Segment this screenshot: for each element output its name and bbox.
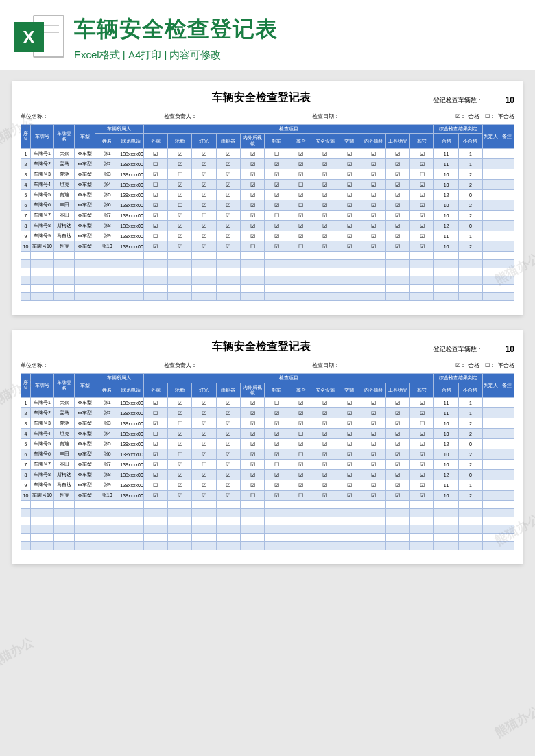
cell-check-0: ☑ bbox=[143, 470, 167, 480]
cell-blank bbox=[240, 525, 264, 534]
cell-blank bbox=[361, 525, 385, 534]
cell-plate: 车牌号7 bbox=[31, 460, 54, 470]
cell-check-3: ☑ bbox=[216, 460, 240, 470]
cell-blank bbox=[313, 293, 337, 301]
cell-blank bbox=[54, 276, 75, 285]
table-row-blank bbox=[21, 268, 514, 276]
cell-fail: 2 bbox=[458, 200, 482, 211]
table-row: 5车牌号5奥迪xx车型张5138xxxx0004☑☑☑☑☑☑☑☑☑☑☑☑120 bbox=[21, 190, 514, 200]
cell-blank bbox=[499, 501, 514, 509]
cell-check-0: ☑ bbox=[143, 418, 167, 429]
table-row: 1车牌号1大众xx车型张1138xxxx0000☑☑☑☑☑☐☑☑☑☑☑☑111 bbox=[21, 149, 514, 159]
cell-check-8: ☑ bbox=[337, 491, 361, 501]
cell-blank bbox=[21, 260, 31, 268]
cell-check-11: ☑ bbox=[410, 398, 434, 408]
cell-blank bbox=[483, 542, 499, 550]
cell-phone: 138xxxx0003 bbox=[119, 180, 143, 190]
count-value: 10 bbox=[487, 95, 514, 105]
cell-judge bbox=[483, 241, 499, 252]
cell-name: 张8 bbox=[95, 470, 119, 480]
cell-blank bbox=[434, 252, 458, 260]
cell-check-2: ☐ bbox=[192, 211, 216, 221]
cell-check-2: ☑ bbox=[192, 231, 216, 241]
cell-check-5: ☐ bbox=[265, 149, 289, 159]
cell-blank bbox=[434, 285, 458, 293]
cell-fail: 1 bbox=[458, 159, 482, 169]
cell-check-1: ☐ bbox=[167, 449, 191, 460]
cell-check-10: ☑ bbox=[385, 398, 409, 408]
th-item-7: 安全设施 bbox=[313, 383, 337, 398]
cell-name: 张4 bbox=[95, 429, 119, 439]
page-area: 车辆安全检查登记表登记检查车辆数：10单位名称：检查负责人：检查日期：☑：合格☐… bbox=[0, 70, 535, 590]
cell-blank bbox=[216, 276, 240, 285]
cell-check-2: ☑ bbox=[192, 169, 216, 180]
main-title: 车辆安全检查登记表 bbox=[74, 14, 521, 45]
cell-check-8: ☑ bbox=[337, 200, 361, 211]
cell-check-5: ☑ bbox=[265, 241, 289, 252]
cell-blank bbox=[265, 285, 289, 293]
cell-blank bbox=[54, 509, 75, 517]
cell-blank bbox=[265, 260, 289, 268]
cell-check-2: ☑ bbox=[192, 159, 216, 169]
cell-blank bbox=[119, 293, 143, 301]
cell-blank bbox=[483, 525, 499, 534]
cell-phone: 138xxxx0000 bbox=[119, 398, 143, 408]
cell-check-1: ☑ bbox=[167, 470, 191, 480]
cell-check-3: ☑ bbox=[216, 449, 240, 460]
cell-blank bbox=[192, 517, 216, 525]
cell-blank bbox=[21, 252, 31, 260]
cell-blank bbox=[240, 542, 264, 550]
cell-check-7: ☑ bbox=[313, 241, 337, 252]
cell-check-0: ☑ bbox=[143, 149, 167, 159]
cell-blank bbox=[167, 285, 191, 293]
cell-blank bbox=[119, 285, 143, 293]
cell-blank bbox=[119, 525, 143, 534]
cell-blank bbox=[54, 285, 75, 293]
cell-check-11: ☑ bbox=[410, 439, 434, 449]
cell-check-11: ☑ bbox=[410, 241, 434, 252]
cell-blank bbox=[265, 293, 289, 301]
cell-check-10: ☑ bbox=[385, 418, 409, 429]
cell-blank bbox=[21, 285, 31, 293]
table-row-blank bbox=[21, 260, 514, 268]
cell-check-1: ☑ bbox=[167, 429, 191, 439]
cell-check-3: ☑ bbox=[216, 241, 240, 252]
cell-model: xx车型 bbox=[75, 470, 95, 480]
cell-check-4: ☑ bbox=[240, 470, 264, 480]
cell-pass: 11 bbox=[434, 408, 458, 418]
table-row-blank bbox=[21, 293, 514, 301]
cell-pass: 12 bbox=[434, 221, 458, 231]
cell-check-6: ☑ bbox=[289, 149, 313, 159]
cell-model: xx车型 bbox=[75, 231, 95, 241]
th-plate: 车牌号 bbox=[31, 125, 54, 149]
cell-note bbox=[499, 200, 514, 211]
cell-seq: 5 bbox=[21, 190, 31, 200]
cell-blank bbox=[216, 293, 240, 301]
cell-plate: 车牌号6 bbox=[31, 449, 54, 460]
cell-check-5: ☑ bbox=[265, 190, 289, 200]
cell-blank bbox=[337, 252, 361, 260]
cell-check-7: ☑ bbox=[313, 231, 337, 241]
cell-pass: 10 bbox=[434, 418, 458, 429]
th-item-9: 内外循环 bbox=[361, 383, 385, 398]
table-row: 1车牌号1大众xx车型张1138xxxx0000☑☑☑☑☑☐☑☑☑☑☑☑111 bbox=[21, 398, 514, 408]
cell-blank bbox=[458, 260, 482, 268]
cell-blank bbox=[240, 276, 264, 285]
cell-seq: 3 bbox=[21, 418, 31, 429]
cell-check-6: ☑ bbox=[289, 190, 313, 200]
cell-check-3: ☑ bbox=[216, 159, 240, 169]
cell-blank bbox=[289, 252, 313, 260]
cell-check-1: ☐ bbox=[167, 169, 191, 180]
table-row-blank bbox=[21, 276, 514, 285]
cell-blank bbox=[95, 276, 119, 285]
cell-blank bbox=[483, 285, 499, 293]
title-block: 车辆安全检查登记表 Excel格式 | A4打印 | 内容可修改 bbox=[74, 14, 521, 62]
cell-phone: 138xxxx0002 bbox=[119, 418, 143, 429]
th-check-group: 检查项目 bbox=[143, 374, 434, 383]
cell-judge bbox=[483, 190, 499, 200]
cell-check-8: ☑ bbox=[337, 221, 361, 231]
cell-check-0: ☑ bbox=[143, 491, 167, 501]
cell-model: xx车型 bbox=[75, 190, 95, 200]
th-item-7: 安全设施 bbox=[313, 134, 337, 149]
cell-check-2: ☑ bbox=[192, 190, 216, 200]
